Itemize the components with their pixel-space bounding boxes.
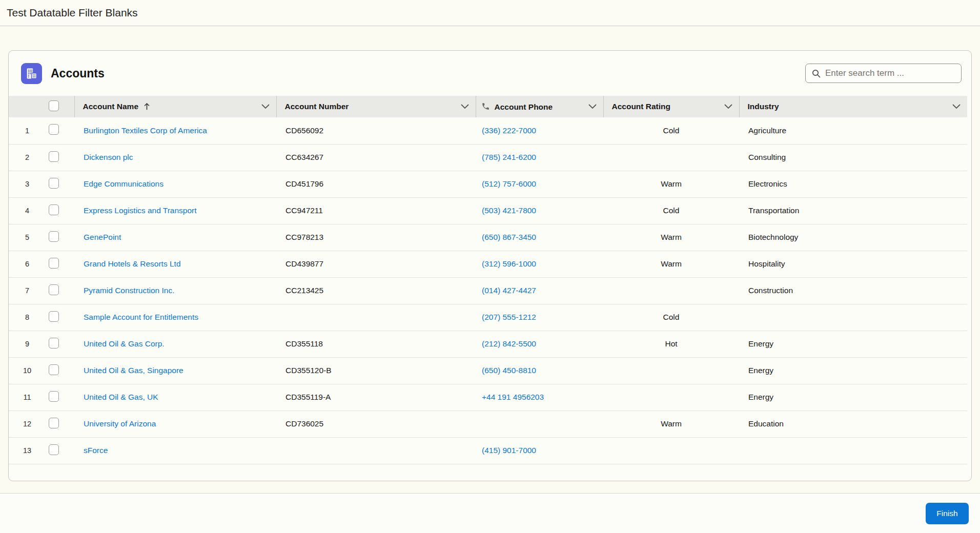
account-name-link[interactable]: sForce bbox=[84, 446, 108, 455]
card-title: Accounts bbox=[51, 67, 105, 80]
row-number: 6 bbox=[9, 251, 46, 277]
accounts-card: Accounts Account Name bbox=[8, 50, 972, 481]
accounts-buildings-icon bbox=[21, 63, 42, 84]
row-number: 3 bbox=[9, 171, 46, 197]
row-number: 13 bbox=[9, 437, 46, 464]
chevron-down-icon[interactable] bbox=[461, 104, 469, 109]
select-all-checkbox[interactable] bbox=[49, 100, 59, 111]
search-input[interactable] bbox=[824, 68, 956, 79]
phone-icon bbox=[481, 102, 490, 111]
table-row: 1 Burlington Textiles Corp of America CD… bbox=[9, 117, 967, 144]
account-phone-link[interactable]: (212) 842-5500 bbox=[482, 339, 536, 348]
industry-cell: Energy bbox=[739, 384, 967, 411]
chevron-down-icon[interactable] bbox=[952, 104, 961, 109]
card-header: Accounts bbox=[9, 51, 971, 96]
column-label: Account Phone bbox=[495, 102, 553, 111]
account-rating-cell: Warm bbox=[603, 224, 739, 251]
account-phone-link[interactable]: (512) 757-6000 bbox=[482, 179, 536, 188]
account-phone-link[interactable]: (014) 427-4427 bbox=[482, 286, 536, 295]
column-header-account-name[interactable]: Account Name bbox=[74, 96, 276, 117]
chevron-down-icon[interactable] bbox=[724, 104, 732, 109]
account-name-link[interactable]: Grand Hotels & Resorts Ltd bbox=[84, 259, 181, 268]
row-number: 5 bbox=[9, 224, 46, 251]
account-name-link[interactable]: United Oil & Gas, Singapore bbox=[84, 366, 183, 375]
row-number: 9 bbox=[9, 331, 46, 357]
account-rating-cell bbox=[603, 384, 739, 411]
industry-cell: Hospitality bbox=[739, 251, 967, 277]
account-number-cell bbox=[276, 437, 476, 464]
row-checkbox[interactable] bbox=[49, 204, 59, 215]
row-checkbox[interactable] bbox=[49, 338, 59, 348]
finish-button[interactable]: Finish bbox=[926, 503, 969, 524]
row-checkbox[interactable] bbox=[49, 284, 59, 295]
column-header-account-phone[interactable]: Account Phone bbox=[476, 96, 603, 117]
industry-cell: Electronics bbox=[739, 171, 967, 197]
row-number: 12 bbox=[9, 411, 46, 437]
table-row: 5 GenePoint CC978213 (650) 867-3450 Warm… bbox=[9, 224, 967, 251]
accounts-table: Account Name Account Number Account Phon… bbox=[9, 96, 967, 472]
row-checkbox[interactable] bbox=[49, 178, 59, 189]
column-label: Account Rating bbox=[612, 102, 671, 111]
table-row: 11 United Oil & Gas, UK CD355119-A +44 1… bbox=[9, 384, 967, 411]
account-phone-link[interactable]: (650) 867-3450 bbox=[482, 233, 536, 241]
table-row: 10 United Oil & Gas, Singapore CD355120-… bbox=[9, 357, 967, 384]
account-phone-link[interactable]: (207) 555-1212 bbox=[482, 313, 536, 321]
search-icon bbox=[812, 69, 821, 78]
chevron-down-icon[interactable] bbox=[261, 104, 270, 109]
account-phone-link[interactable]: (336) 222-7000 bbox=[482, 126, 536, 135]
account-rating-cell: Warm bbox=[603, 411, 739, 437]
row-checkbox[interactable] bbox=[49, 258, 59, 269]
search-box bbox=[805, 64, 962, 83]
row-checkbox[interactable] bbox=[49, 418, 59, 428]
industry-cell: Construction bbox=[739, 277, 967, 304]
account-rating-cell bbox=[603, 277, 739, 304]
account-number-cell: CD656092 bbox=[276, 117, 476, 144]
account-name-link[interactable]: Express Logistics and Transport bbox=[84, 206, 197, 215]
table-bottom-strip bbox=[9, 464, 967, 472]
row-checkbox[interactable] bbox=[49, 231, 59, 242]
row-checkbox[interactable] bbox=[49, 124, 59, 135]
select-all-header bbox=[46, 96, 74, 117]
column-header-account-rating[interactable]: Account Rating bbox=[603, 96, 739, 117]
account-number-cell: CD355118 bbox=[276, 331, 476, 357]
column-header-industry[interactable]: Industry bbox=[739, 96, 967, 117]
row-number: 2 bbox=[9, 144, 46, 171]
account-phone-link[interactable]: (785) 241-6200 bbox=[482, 153, 536, 161]
account-name-link[interactable]: Dickenson plc bbox=[84, 153, 133, 161]
industry-cell: Energy bbox=[739, 331, 967, 357]
table-row: 9 United Oil & Gas Corp. CD355118 (212) … bbox=[9, 331, 967, 357]
account-number-cell: CD439877 bbox=[276, 251, 476, 277]
account-number-cell: CC634267 bbox=[276, 144, 476, 171]
account-phone-link[interactable]: (312) 596-1000 bbox=[482, 259, 536, 268]
account-name-link[interactable]: University of Arizona bbox=[84, 419, 156, 428]
account-phone-link[interactable]: +44 191 4956203 bbox=[482, 393, 544, 401]
account-phone-link[interactable]: (503) 421-7800 bbox=[482, 206, 536, 215]
account-phone-link[interactable]: (650) 450-8810 bbox=[482, 366, 536, 375]
column-header-account-number[interactable]: Account Number bbox=[276, 96, 476, 117]
account-name-link[interactable]: GenePoint bbox=[84, 233, 121, 241]
account-name-link[interactable]: Burlington Textiles Corp of America bbox=[84, 126, 207, 135]
table-header-row: Account Name Account Number Account Phon… bbox=[9, 96, 967, 117]
account-phone-link[interactable]: (415) 901-7000 bbox=[482, 446, 536, 455]
table-row: 6 Grand Hotels & Resorts Ltd CD439877 (3… bbox=[9, 251, 967, 277]
row-number: 8 bbox=[9, 304, 46, 331]
account-number-cell bbox=[276, 304, 476, 331]
row-checkbox[interactable] bbox=[49, 444, 59, 455]
row-number: 10 bbox=[9, 357, 46, 384]
sort-ascending-icon bbox=[144, 102, 150, 110]
table-row: 8 Sample Account for Entitlements (207) … bbox=[9, 304, 967, 331]
row-checkbox[interactable] bbox=[49, 364, 59, 375]
row-checkbox[interactable] bbox=[49, 151, 59, 162]
account-number-cell: CC213425 bbox=[276, 277, 476, 304]
account-number-cell: CD355120-B bbox=[276, 357, 476, 384]
chevron-down-icon[interactable] bbox=[588, 104, 597, 109]
account-name-link[interactable]: Pyramid Construction Inc. bbox=[84, 286, 174, 295]
account-rating-cell bbox=[603, 144, 739, 171]
account-name-link[interactable]: Edge Communications bbox=[84, 179, 164, 188]
account-name-link[interactable]: United Oil & Gas, UK bbox=[84, 393, 158, 401]
account-name-link[interactable]: Sample Account for Entitlements bbox=[84, 313, 198, 321]
account-number-cell: CC978213 bbox=[276, 224, 476, 251]
row-checkbox[interactable] bbox=[49, 311, 59, 322]
account-name-link[interactable]: United Oil & Gas Corp. bbox=[84, 339, 165, 348]
row-checkbox[interactable] bbox=[49, 391, 59, 402]
